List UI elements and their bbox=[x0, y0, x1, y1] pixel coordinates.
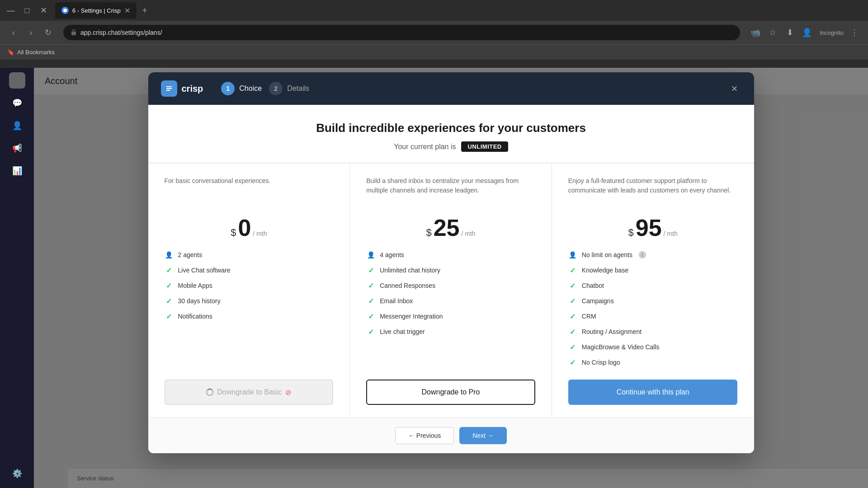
window-min-button[interactable]: — bbox=[5, 4, 17, 17]
plan-pro-period: / mth bbox=[461, 230, 475, 237]
reload-button[interactable]: ↻ bbox=[42, 26, 54, 39]
plan-basic-amount: 0 bbox=[238, 216, 251, 239]
crisp-logo-icon bbox=[161, 80, 177, 97]
window-max-button[interactable]: □ bbox=[21, 4, 33, 17]
feature-routing: ✓ Routing / Assignment bbox=[568, 327, 738, 336]
plans-grid: For basic conversational experiences. $ … bbox=[148, 163, 754, 418]
current-plan-row: Your current plan is UNLIMITED bbox=[159, 141, 743, 152]
feature-agents: 👤 2 agents bbox=[165, 250, 334, 259]
extensions-button[interactable]: 📹 bbox=[749, 26, 762, 39]
page-background: 💬 👤 📢 📊 ⚙️ Account crisp bbox=[0, 68, 868, 488]
check-icon: ✓ bbox=[366, 312, 375, 321]
plan-unlimited-button[interactable]: Continue with this plan bbox=[568, 380, 738, 405]
feature-mobile: ✓ Mobile Apps bbox=[165, 281, 334, 290]
plan-pro-price-row: $ 25 / mth bbox=[366, 216, 535, 239]
sidebar-icon-contacts[interactable]: 👤 bbox=[7, 116, 27, 136]
check-icon: ✓ bbox=[366, 281, 375, 290]
new-tab-button[interactable]: + bbox=[138, 4, 151, 17]
modal-footer: ← Previous Next → bbox=[148, 418, 754, 453]
feature-unlimited-agents-text: No limit on agents bbox=[582, 251, 632, 258]
sidebar-icon-settings[interactable]: ⚙️ bbox=[7, 464, 27, 483]
modal-header: crisp 1 Choice 2 Details × bbox=[148, 72, 754, 105]
feature-no-logo: ✓ No Crisp logo bbox=[568, 358, 738, 367]
modal-close-button[interactable]: × bbox=[727, 80, 741, 97]
wizard-steps: 1 Choice 2 Details bbox=[221, 82, 727, 95]
profile-button[interactable]: 👤 bbox=[801, 26, 813, 39]
tab-close-button[interactable]: ✕ bbox=[124, 6, 130, 15]
menu-button[interactable]: ⋮ bbox=[848, 26, 861, 39]
check-icon: ✓ bbox=[568, 296, 577, 305]
feature-history: ✓ 30 days history bbox=[165, 296, 334, 305]
feature-livechat-text: Live Chat software bbox=[178, 267, 231, 274]
sidebar-icon-chat[interactable]: 💬 bbox=[7, 93, 27, 113]
download-button[interactable]: ⬇ bbox=[783, 26, 796, 39]
hero-title: Build incredible experiences for your cu… bbox=[159, 121, 743, 135]
plan-basic-features: 👤 2 agents ✓ Live Chat software ✓ Mobile bbox=[165, 250, 334, 367]
window-close-button[interactable]: ✕ bbox=[37, 4, 50, 17]
check-icon: ✓ bbox=[165, 312, 174, 321]
sidebar: 💬 👤 📢 📊 ⚙️ bbox=[0, 68, 34, 488]
sidebar-avatar[interactable] bbox=[9, 72, 25, 89]
address-bar[interactable]: app.crisp.chat/settings/plans/ bbox=[63, 25, 740, 40]
plan-basic-currency: $ bbox=[231, 227, 236, 239]
feature-agents-text: 2 agents bbox=[178, 251, 203, 258]
footer-prev-button[interactable]: ← Previous bbox=[395, 427, 454, 444]
feature-trigger: ✓ Live chat trigger bbox=[366, 327, 535, 336]
back-button[interactable]: ‹ bbox=[7, 26, 20, 39]
crisp-logo: crisp bbox=[161, 80, 203, 97]
feature-messenger-text: Messenger Integration bbox=[380, 313, 443, 320]
feature-knowledge-text: Knowledge base bbox=[582, 267, 629, 274]
feature-chatbot: ✓ Chatbot bbox=[568, 281, 738, 290]
plan-basic-price-row: $ 0 / mth bbox=[165, 216, 334, 239]
check-icon: ✓ bbox=[366, 327, 375, 336]
feature-chatbot-text: Chatbot bbox=[582, 282, 604, 289]
sidebar-icon-campaigns[interactable]: 📢 bbox=[7, 138, 27, 158]
bookmark-button[interactable]: ☆ bbox=[766, 26, 779, 39]
wizard-step-1: 1 Choice bbox=[221, 82, 262, 95]
active-tab[interactable]: 6 - Settings | Crisp ✕ bbox=[55, 2, 137, 19]
current-plan-text: Your current plan is bbox=[394, 143, 456, 151]
feature-trigger-text: Live chat trigger bbox=[380, 328, 425, 335]
check-icon: ✓ bbox=[568, 327, 577, 336]
feature-magicbrowse: ✓ MagicBrowse & Video Calls bbox=[568, 343, 738, 352]
feature-unlimited-agents: 👤 No limit on agents i bbox=[568, 250, 738, 259]
step-2-label: Details bbox=[287, 84, 309, 93]
feature-campaigns: ✓ Campaigns bbox=[568, 296, 738, 305]
plan-pro-button[interactable]: Downgrade to Pro bbox=[366, 380, 535, 405]
tab-favicon bbox=[61, 7, 69, 14]
feature-crm: ✓ CRM bbox=[568, 312, 738, 321]
forward-button[interactable]: › bbox=[24, 26, 37, 39]
feature-pro-agents-text: 4 agents bbox=[380, 251, 404, 258]
plan-card-unlimited: Enjoy a full-featured customer support p… bbox=[552, 164, 754, 418]
plan-card-pro: Build a shared inbox to centralize your … bbox=[350, 164, 552, 418]
step-2-number: 2 bbox=[269, 82, 283, 95]
current-plan-badge: UNLIMITED bbox=[461, 141, 508, 152]
feature-notifications-text: Notifications bbox=[178, 313, 212, 320]
modal-overlay: crisp 1 Choice 2 Details × bbox=[34, 68, 868, 488]
plan-card-basic: For basic conversational experiences. $ … bbox=[148, 164, 350, 418]
step-1-label: Choice bbox=[239, 84, 262, 93]
plan-basic-button[interactable]: Downgrade to Basic ⊘ bbox=[165, 380, 334, 405]
feature-email: ✓ Email Inbox bbox=[366, 296, 535, 305]
navigation-bar: ‹ › ↻ app.crisp.chat/settings/plans/ 📹 ☆… bbox=[0, 21, 868, 44]
feature-pro-agents: 👤 4 agents bbox=[366, 250, 535, 259]
main-area: Account crisp 1 Choice bbox=[34, 68, 868, 488]
sidebar-icon-analytics[interactable]: 📊 bbox=[7, 161, 27, 181]
spinner-icon bbox=[206, 389, 213, 396]
brand-name: crisp bbox=[182, 84, 203, 94]
svg-rect-1 bbox=[71, 32, 76, 35]
modal-hero: Build incredible experiences for your cu… bbox=[148, 105, 754, 163]
url-display: app.crisp.chat/settings/plans/ bbox=[80, 29, 162, 36]
feature-routing-text: Routing / Assignment bbox=[582, 328, 642, 335]
plan-unlimited-period: / mth bbox=[664, 230, 678, 237]
info-icon[interactable]: i bbox=[639, 251, 646, 258]
check-icon: ✓ bbox=[568, 312, 577, 321]
check-icon: ✓ bbox=[165, 266, 174, 275]
feature-notifications: ✓ Notifications bbox=[165, 312, 334, 321]
feature-campaigns-text: Campaigns bbox=[582, 297, 614, 305]
feature-mobile-text: Mobile Apps bbox=[178, 282, 212, 289]
check-icon: ✓ bbox=[568, 281, 577, 290]
footer-next-button[interactable]: Next → bbox=[459, 427, 507, 444]
plan-basic-btn-label: Downgrade to Basic bbox=[217, 388, 282, 396]
feature-history-text: 30 days history bbox=[178, 297, 221, 305]
